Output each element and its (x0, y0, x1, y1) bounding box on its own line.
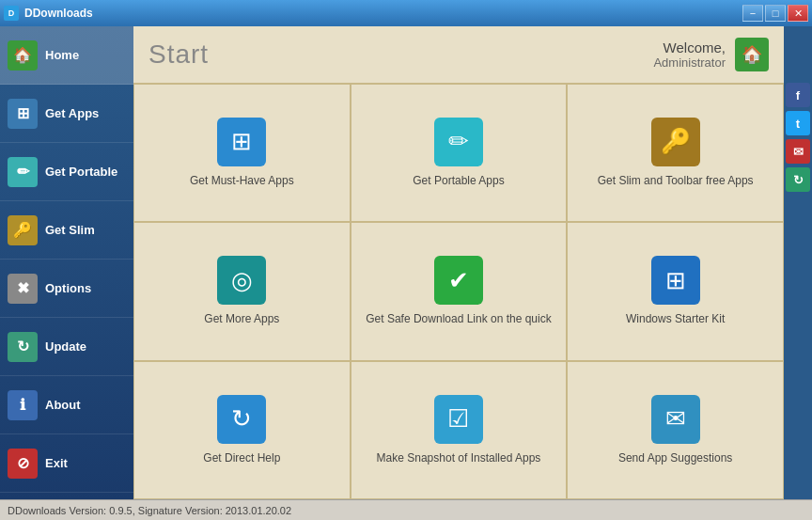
close-button[interactable]: ✕ (788, 5, 808, 22)
grid-cell-portable-apps[interactable]: ✏Get Portable Apps (351, 84, 568, 222)
sidebar-item-get-apps[interactable]: ⊞Get Apps (0, 85, 133, 143)
home-icon: 🏠 (8, 40, 38, 71)
sidebar-item-update[interactable]: ↻Update (0, 318, 133, 376)
social-twitter-button[interactable]: t (786, 111, 810, 135)
snapshot-icon: ☑ (434, 395, 483, 444)
update-icon: ↻ (8, 332, 38, 362)
main-container: 🏠Home⊞Get Apps✏Get Portable🔑Get Slim✖Opt… (0, 26, 812, 499)
safe-download-icon: ✔ (434, 256, 483, 305)
sidebar-label-options: Options (45, 281, 91, 295)
sidebar-label-exit: Exit (45, 456, 68, 470)
portable-apps-icon: ✏ (434, 118, 483, 166)
send-suggestions-label: Send App Suggestions (618, 451, 732, 466)
social-refresh-button[interactable]: ↻ (786, 167, 810, 192)
sidebar: 🏠Home⊞Get Apps✏Get Portable🔑Get Slim✖Opt… (0, 26, 133, 499)
sidebar-item-get-slim[interactable]: 🔑Get Slim (0, 201, 133, 260)
sidebar-item-exit[interactable]: ⊘Exit (0, 434, 133, 493)
title-bar-left: D DDownloads (4, 6, 93, 21)
app-icon: D (4, 6, 19, 21)
grid-cell-direct-help[interactable]: ↻Get Direct Help (133, 361, 351, 499)
exit-icon: ⊘ (8, 449, 38, 479)
welcome-home-button[interactable]: 🏠 (735, 38, 769, 71)
grid-cell-snapshot[interactable]: ☑Make Snapshot of Installed Apps (351, 361, 568, 499)
status-bar: DDownloads Version: 0.9.5, Signature Ver… (0, 499, 812, 520)
must-have-apps-icon: ⊞ (217, 118, 266, 166)
windows-starter-label: Windows Starter Kit (626, 312, 725, 327)
grid-cell-more-apps[interactable]: ◎Get More Apps (133, 222, 351, 360)
sidebar-label-get-apps: Get Apps (45, 106, 99, 120)
sidebar-item-home[interactable]: 🏠Home (0, 26, 133, 85)
grid-cell-safe-download[interactable]: ✔Get Safe Download Link on the quick (351, 222, 568, 360)
content-header: Start Welcome, Administrator 🏠 (133, 26, 784, 84)
title-bar: D DDownloads − □ ✕ (0, 0, 812, 26)
minimize-button[interactable]: − (742, 5, 763, 22)
status-text: DDownloads Version: 0.9.5, Signature Ver… (8, 505, 291, 516)
about-icon: ℹ (8, 390, 38, 420)
more-apps-label: Get More Apps (204, 312, 279, 327)
title-bar-buttons: − □ ✕ (742, 5, 808, 22)
direct-help-label: Get Direct Help (203, 451, 280, 466)
maximize-button[interactable]: □ (765, 5, 786, 22)
grid-cell-slim-apps[interactable]: 🔑Get Slim and Toolbar free Apps (567, 84, 784, 222)
welcome-text: Welcome, Administrator (653, 39, 726, 70)
social-bar: ft✉↻ (784, 26, 812, 499)
slim-apps-label: Get Slim and Toolbar free Apps (598, 174, 754, 189)
page-title: Start (148, 39, 209, 70)
snapshot-label: Make Snapshot of Installed Apps (377, 451, 541, 466)
grid-cell-windows-starter[interactable]: ⊞Windows Starter Kit (567, 222, 784, 360)
sidebar-item-options[interactable]: ✖Options (0, 260, 133, 318)
social-facebook-button[interactable]: f (786, 83, 810, 107)
social-email-button[interactable]: ✉ (786, 139, 810, 164)
must-have-apps-label: Get Must-Have Apps (190, 174, 294, 189)
welcome-label: Welcome, (653, 39, 726, 55)
content-grid: ⊞Get Must-Have Apps✏Get Portable Apps🔑Ge… (133, 84, 784, 499)
sidebar-item-get-portable[interactable]: ✏Get Portable (0, 143, 133, 201)
grid-cell-must-have-apps[interactable]: ⊞Get Must-Have Apps (133, 84, 351, 222)
welcome-area: Welcome, Administrator 🏠 (653, 38, 769, 71)
more-apps-icon: ◎ (217, 256, 266, 305)
portable-apps-label: Get Portable Apps (413, 174, 504, 189)
direct-help-icon: ↻ (217, 395, 266, 444)
app-title: DDownloads (24, 7, 93, 20)
sidebar-label-home: Home (45, 48, 79, 62)
get-portable-icon: ✏ (8, 157, 38, 187)
content-area: Start Welcome, Administrator 🏠 ⊞Get Must… (133, 26, 784, 499)
get-apps-icon: ⊞ (8, 99, 38, 129)
welcome-user: Administrator (653, 55, 726, 70)
slim-apps-icon: 🔑 (651, 118, 700, 166)
send-suggestions-icon: ✉ (651, 395, 700, 444)
sidebar-label-get-slim: Get Slim (45, 223, 95, 237)
grid-cell-send-suggestions[interactable]: ✉Send App Suggestions (567, 361, 784, 499)
sidebar-label-get-portable: Get Portable (45, 165, 117, 179)
sidebar-label-update: Update (45, 339, 86, 354)
safe-download-label: Get Safe Download Link on the quick (366, 312, 551, 327)
options-icon: ✖ (8, 274, 38, 304)
sidebar-label-about: About (45, 398, 81, 412)
get-slim-icon: 🔑 (8, 215, 38, 245)
windows-starter-icon: ⊞ (651, 256, 700, 305)
sidebar-item-about[interactable]: ℹAbout (0, 376, 133, 434)
